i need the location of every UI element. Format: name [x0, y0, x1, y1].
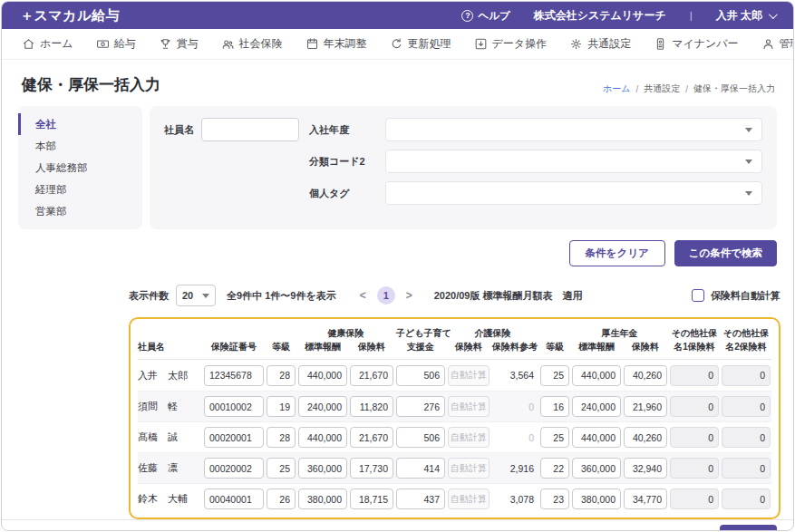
pension-standard-input[interactable] — [572, 427, 621, 448]
health-grade-input[interactable] — [267, 488, 296, 509]
bonus-trophy-icon — [159, 37, 172, 51]
health-grade-input[interactable] — [267, 427, 296, 448]
sidebar-department-item[interactable]: 本部 — [18, 135, 142, 157]
pension-grade-input[interactable] — [540, 488, 569, 509]
help-question-icon: ? — [461, 10, 473, 22]
health-premium-input[interactable] — [350, 365, 393, 386]
other2-premium-input — [722, 458, 771, 479]
pension-standard-input[interactable] — [572, 458, 621, 479]
health-premium-input[interactable] — [350, 396, 393, 417]
child-support-input[interactable] — [396, 427, 445, 448]
employee-name: 佐藤 凛 — [138, 461, 201, 475]
pension-grade-input[interactable] — [540, 458, 569, 479]
app-window: ＋スマカル給与 ? ヘルプ 株式会社システムリサーチ | 入井 太郎 ホーム 給… — [1, 1, 794, 531]
child-support-input[interactable] — [396, 488, 445, 509]
search-button[interactable]: この条件で検索 — [674, 240, 777, 266]
employee-name-input[interactable] — [201, 118, 299, 141]
personal-tag-label: 個人タグ — [309, 187, 385, 200]
health-grade-input[interactable] — [267, 396, 296, 417]
register-button[interactable]: 登録 — [720, 525, 777, 531]
insurance-number-input[interactable] — [204, 458, 264, 479]
pension-premium-input[interactable] — [624, 365, 667, 386]
health-premium-input[interactable] — [350, 427, 393, 448]
auto-calc-checkbox[interactable] — [692, 289, 704, 302]
nav-item-year-end[interactable]: 年末調整 — [305, 36, 367, 52]
id-card-icon — [654, 37, 667, 51]
other2-premium-input — [722, 396, 771, 417]
page-title: 健保・厚保一括入力 — [22, 74, 160, 95]
hire-year-select[interactable] — [385, 118, 762, 141]
per-page-select[interactable]: 20 — [176, 285, 216, 306]
pension-grade-input[interactable] — [540, 396, 569, 417]
nav-item-common-settings[interactable]: 共通設定 — [569, 36, 631, 52]
health-grade-input[interactable] — [267, 365, 296, 386]
breadcrumb-home-link[interactable]: ホーム — [603, 82, 630, 95]
employee-name: 鈴木 大輔 — [138, 492, 201, 506]
employee-name: 須間 軽 — [138, 400, 201, 413]
personal-tag-select[interactable] — [385, 181, 762, 205]
nav-item-bonus[interactable]: 賞与 — [159, 36, 199, 52]
nav-item-social-insurance[interactable]: 社会保険 — [221, 36, 283, 52]
prev-page-icon[interactable]: < — [360, 289, 366, 302]
pension-premium-input[interactable] — [624, 458, 667, 479]
nav-item-data-ops[interactable]: データ操作 — [474, 36, 548, 52]
header-other1-line1: その他社保 — [670, 327, 719, 340]
breadcrumb-settings[interactable]: 共通設定 — [644, 82, 680, 95]
employee-row: 佐藤 凛自動計算2,916 — [138, 452, 771, 483]
pension-standard-input[interactable] — [572, 488, 621, 509]
table-header: 社員名 保険証番号 等級 健康保険 標準報酬 保険料 子ども子育て 支援金 介護… — [138, 321, 771, 360]
sidebar-department-item[interactable]: 全社 — [18, 113, 142, 135]
nav-item-home[interactable]: ホーム — [22, 36, 73, 52]
current-page-button[interactable]: 1 — [377, 286, 395, 305]
gear-icon — [569, 37, 583, 51]
child-support-input[interactable] — [396, 365, 445, 386]
header-health-insurance-group: 健康保険 — [298, 327, 393, 340]
health-standard-input[interactable] — [298, 427, 347, 448]
caret-down-icon — [745, 191, 752, 196]
employee-name-label: 社員名 — [164, 123, 194, 137]
footer-bar: 登録 — [2, 519, 793, 531]
clear-conditions-button[interactable]: 条件をクリア — [569, 240, 665, 266]
help-label: ヘルプ — [478, 9, 509, 23]
health-standard-input[interactable] — [298, 458, 347, 479]
pension-grade-input[interactable] — [540, 427, 569, 448]
health-premium-input[interactable] — [350, 488, 393, 509]
other1-premium-input — [670, 396, 719, 417]
sidebar-department-item[interactable]: 営業部 — [18, 200, 142, 222]
header-health-premium: 保険料 — [350, 341, 393, 353]
header-health-standard: 標準報酬 — [298, 341, 347, 353]
pension-premium-input[interactable] — [624, 427, 667, 448]
user-menu[interactable]: 入井 太郎 — [716, 8, 775, 24]
nav-item-payroll[interactable]: 給与 — [96, 36, 136, 52]
other2-premium-input — [722, 427, 771, 448]
nav-item-admin[interactable]: 管理 — [761, 36, 794, 52]
app-logo[interactable]: ＋スマカル給与 — [20, 7, 120, 24]
pension-premium-input[interactable] — [624, 396, 667, 417]
health-standard-input[interactable] — [298, 396, 347, 417]
pension-standard-input[interactable] — [572, 396, 621, 417]
next-page-icon[interactable]: > — [406, 289, 412, 302]
header-nursing-premium: 保険料 — [448, 341, 490, 353]
pension-premium-input[interactable] — [624, 488, 667, 509]
help-link[interactable]: ? ヘルプ — [461, 9, 509, 23]
insurance-number-input[interactable] — [204, 427, 264, 448]
health-standard-input[interactable] — [298, 488, 347, 509]
nav-item-my-number[interactable]: マイナンバー — [654, 36, 738, 52]
pension-standard-input[interactable] — [572, 365, 621, 386]
health-premium-input[interactable] — [350, 458, 393, 479]
auto-calc-button: 自動計算 — [448, 458, 490, 479]
auto-calc-checkbox-row[interactable]: 保険料自動計算 — [692, 289, 780, 303]
health-grade-input[interactable] — [267, 458, 296, 479]
category-code2-select[interactable] — [385, 150, 762, 173]
insurance-number-input[interactable] — [204, 365, 264, 386]
health-standard-input[interactable] — [298, 365, 347, 386]
sidebar-department-item[interactable]: 人事総務部 — [18, 157, 142, 179]
child-support-input[interactable] — [396, 458, 445, 479]
sidebar-department-item[interactable]: 経理部 — [18, 179, 142, 200]
child-support-input[interactable] — [396, 396, 445, 417]
insurance-number-input[interactable] — [204, 488, 264, 509]
employee-row: 入井 太郎自動計算3,564 — [138, 360, 771, 391]
insurance-number-input[interactable] — [204, 396, 264, 417]
pension-grade-input[interactable] — [540, 365, 569, 386]
nav-item-update[interactable]: 更新処理 — [390, 36, 451, 52]
